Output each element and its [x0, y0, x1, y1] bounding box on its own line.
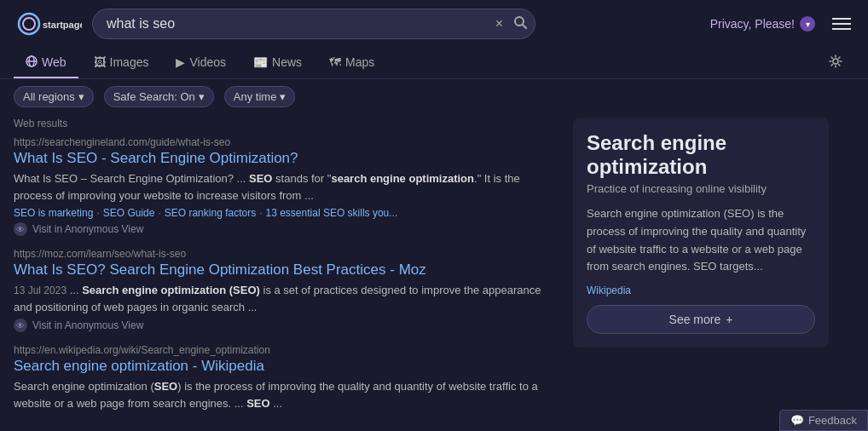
- anon-view-link[interactable]: 👁 Visit in Anonymous View: [14, 319, 559, 332]
- result-link[interactable]: SEO is marketing: [14, 207, 93, 219]
- see-more-label: See more: [669, 313, 721, 326]
- news-icon: 📰: [253, 55, 268, 69]
- anon-view-icon: 👁: [14, 222, 27, 236]
- safe-search-filter[interactable]: Safe Search: On ▾: [104, 86, 214, 107]
- anon-view-label: Visit in Anonymous View: [32, 223, 143, 235]
- time-label: Any time: [234, 90, 277, 103]
- result-link[interactable]: SEO ranking factors: [165, 207, 256, 219]
- result-snippet: What Is SEO – Search Engine Optimization…: [14, 170, 559, 204]
- web-results-label: Web results: [14, 118, 559, 129]
- info-panel-title: Search engine optimization: [587, 131, 815, 179]
- tab-images[interactable]: 🖼 Images: [82, 49, 161, 78]
- safe-search-label: Safe Search: On: [113, 90, 195, 103]
- result-url: https://moz.com/learn/seo/what-is-seo: [14, 248, 559, 260]
- result-url: https://en.wikipedia.org/wiki/Search_eng…: [14, 344, 559, 356]
- tab-news-label: News: [272, 55, 302, 69]
- anon-view-icon: 👁: [14, 319, 27, 332]
- search-input[interactable]: [92, 9, 535, 39]
- result-title[interactable]: What Is SEO - Search Engine Optimization…: [14, 150, 559, 167]
- privacy-chevron-icon: ▾: [800, 16, 815, 32]
- result-url: https://searchengineland.com/guide/what-…: [14, 136, 559, 148]
- header: startpage × Privacy, Please! ▾: [0, 0, 868, 48]
- result-item: https://moz.com/learn/seo/what-is-seo Wh…: [14, 248, 559, 332]
- tab-images-label: Images: [110, 55, 149, 69]
- results-left: Web results https://searchengineland.com…: [14, 118, 559, 423]
- videos-icon: ▶: [176, 55, 185, 69]
- tab-videos[interactable]: ▶ Videos: [164, 49, 238, 78]
- clear-icon[interactable]: ×: [495, 16, 503, 32]
- result-links: SEO is marketing · SEO Guide · SEO ranki…: [14, 207, 559, 219]
- results-right: Search engine optimization Practice of i…: [573, 118, 829, 423]
- info-panel: Search engine optimization Practice of i…: [573, 118, 829, 348]
- see-more-plus-icon: +: [726, 313, 732, 326]
- search-bar-container: ×: [92, 9, 535, 39]
- anon-view-label: Visit in Anonymous View: [32, 319, 143, 331]
- tab-news[interactable]: 📰 News: [241, 49, 314, 78]
- header-right: Privacy, Please! ▾: [710, 14, 854, 33]
- web-icon: [26, 55, 38, 70]
- result-snippet: Search engine optimization (SEO) is the …: [14, 378, 559, 411]
- main-content: Web results https://searchengineland.com…: [0, 114, 868, 427]
- see-more-button[interactable]: See more +: [587, 305, 815, 334]
- nav-tabs: Web 🖼 Images ▶ Videos 📰 News 🗺 Maps: [0, 48, 868, 79]
- time-filter[interactable]: Any time ▾: [224, 86, 296, 107]
- search-icon[interactable]: [513, 15, 527, 32]
- logo[interactable]: startpage: [14, 9, 82, 39]
- result-snippet: 13 Jul 2023 ... Search engine optimizati…: [14, 282, 559, 315]
- result-link[interactable]: SEO Guide: [103, 207, 155, 219]
- regions-filter[interactable]: All regions ▾: [14, 86, 94, 107]
- tab-maps-label: Maps: [345, 55, 374, 69]
- privacy-label: Privacy, Please!: [710, 17, 795, 31]
- tab-maps[interactable]: 🗺 Maps: [317, 49, 386, 78]
- result-link[interactable]: 13 essential SEO skills you...: [266, 207, 398, 219]
- anon-view-link[interactable]: 👁 Visit in Anonymous View: [14, 222, 559, 236]
- maps-icon: 🗺: [329, 55, 341, 69]
- time-chevron-icon: ▾: [280, 90, 286, 103]
- filters-bar: All regions ▾ Safe Search: On ▾ Any time…: [0, 79, 868, 114]
- privacy-button[interactable]: Privacy, Please! ▾: [710, 16, 815, 32]
- menu-button[interactable]: [829, 14, 854, 33]
- result-date: 13 Jul 2023: [14, 284, 67, 296]
- svg-text:startpage: startpage: [43, 20, 82, 30]
- images-icon: 🖼: [94, 55, 106, 69]
- result-item: https://searchengineland.com/guide/what-…: [14, 136, 559, 236]
- result-title[interactable]: What Is SEO? Search Engine Optimization …: [14, 261, 559, 279]
- regions-label: All regions: [23, 90, 75, 103]
- svg-point-9: [833, 59, 838, 64]
- feedback-button[interactable]: 💬 Feedback: [779, 410, 868, 431]
- info-panel-text: Search engine optimization (SEO) is the …: [587, 205, 815, 276]
- feedback-label: Feedback: [808, 414, 857, 427]
- regions-chevron-icon: ▾: [78, 90, 84, 103]
- result-title[interactable]: Search engine optimization - Wikipedia: [14, 358, 559, 375]
- feedback-icon: 💬: [790, 414, 804, 427]
- result-item: https://en.wikipedia.org/wiki/Search_eng…: [14, 344, 559, 411]
- svg-line-5: [523, 25, 526, 28]
- tab-web[interactable]: Web: [14, 49, 78, 78]
- tab-web-label: Web: [42, 55, 67, 69]
- settings-button[interactable]: [817, 48, 854, 78]
- info-panel-source-link[interactable]: Wikipedia: [587, 284, 815, 296]
- tab-videos-label: Videos: [189, 55, 226, 69]
- info-panel-subtitle: Practice of increasing online visibility: [587, 182, 815, 195]
- safe-search-chevron-icon: ▾: [199, 90, 205, 103]
